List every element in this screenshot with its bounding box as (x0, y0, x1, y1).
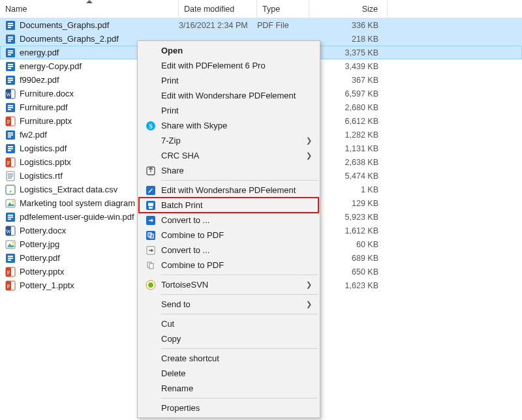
menu-item-edit-with-wondershare-pdfelement[interactable]: Edit with Wondershare PDFelement (139, 88, 318, 103)
menu-item-label: Print (159, 106, 318, 115)
menu-item-7-zip[interactable]: 7-Zip❯ (139, 133, 318, 148)
file-size: 1,612 KB (309, 226, 388, 235)
pdf-file-icon (5, 212, 16, 222)
file-size: 5,474 KB (309, 172, 388, 181)
menu-item-label: Edit with Wondershare PDFelement (159, 185, 318, 195)
pdf-file-icon (5, 253, 16, 263)
menu-item-combine-to-pdf[interactable]: Combine to PDF (139, 228, 318, 243)
menu-item-label: Create shortcut (159, 353, 318, 363)
menu-item-edit-with-pdfelement-6-pro[interactable]: Edit with PDFelement 6 Pro (139, 58, 318, 73)
menu-item-convert-to[interactable]: Convert to ... (139, 243, 318, 258)
file-size: 367 KB (309, 76, 388, 85)
file-size: 1 KB (309, 185, 388, 194)
column-header-label: Date modified (184, 5, 234, 14)
menu-item-label: Combine to PDF (159, 230, 318, 240)
img-file-icon (5, 198, 16, 209)
pdf-file-icon (5, 34, 16, 44)
menu-item-create-shortcut[interactable]: Create shortcut (139, 351, 318, 366)
submenu-arrow-icon: ❯ (306, 136, 312, 145)
pptx-file-icon (5, 157, 16, 168)
column-header-name[interactable]: Name (0, 0, 179, 18)
file-size: 336 KB (309, 21, 388, 30)
pdf-file-icon (5, 75, 16, 85)
pptx-file-icon (5, 267, 16, 277)
file-size: 5,923 KB (309, 213, 388, 222)
pptx-file-icon (5, 280, 16, 291)
menu-item-share-with-skype[interactable]: Share with Skype (139, 118, 318, 133)
file-size: 3,375 KB (309, 48, 388, 57)
file-size: 2,638 KB (309, 158, 388, 167)
file-size: 218 KB (309, 35, 388, 44)
menu-item-convert-to[interactable]: Convert to ... (139, 213, 318, 228)
img-file-icon (5, 239, 16, 250)
ws-print-icon (143, 200, 159, 211)
column-header-date[interactable]: Date modified (179, 0, 257, 18)
pdf-file-icon (5, 20, 16, 31)
file-name: Documents_Graphs_2.pdf (20, 34, 119, 44)
file-date: 3/16/2021 2:34 PM (179, 21, 257, 30)
file-size: 650 KB (309, 267, 388, 277)
menu-item-cut[interactable]: Cut (139, 316, 318, 331)
menu-separator (161, 275, 318, 275)
menu-item-label: CRC SHA (159, 151, 318, 160)
menu-item-label: Share with Skype (159, 121, 318, 130)
submenu-arrow-icon: ❯ (306, 280, 312, 289)
file-name: Pottery_1.pptx (20, 280, 74, 290)
file-size: 129 KB (309, 199, 388, 208)
menu-item-crc-sha[interactable]: CRC SHA❯ (139, 148, 318, 163)
share-icon (143, 166, 159, 176)
ws-convert-icon (143, 215, 159, 226)
menu-item-print[interactable]: Print (139, 73, 318, 88)
menu-item-properties[interactable]: Properties (139, 400, 318, 415)
menu-item-label: TortoiseSVN (159, 280, 318, 290)
file-type: PDF File (257, 21, 309, 30)
menu-item-rename[interactable]: Rename (139, 381, 318, 396)
menu-item-tortoisesvn[interactable]: TortoiseSVN❯ (139, 277, 318, 292)
menu-item-open[interactable]: Open (139, 43, 318, 58)
submenu-arrow-icon: ❯ (306, 300, 312, 308)
menu-separator (161, 348, 318, 349)
menu-item-copy[interactable]: Copy (139, 331, 318, 346)
file-name: Pottery.jpg (20, 239, 59, 249)
menu-item-label: Cut (159, 319, 318, 329)
column-header-label: Type (262, 5, 280, 14)
menu-item-label: Batch Print (159, 200, 318, 210)
file-row[interactable]: Documents_Graphs.pdf3/16/2021 2:34 PMPDF… (0, 18, 522, 32)
file-size: 60 KB (309, 240, 388, 249)
file-name: energy.pdf (20, 48, 59, 57)
menu-item-label: Open (159, 46, 318, 55)
ws-combine-icon (143, 230, 159, 241)
menu-item-print[interactable]: Print (139, 103, 318, 118)
file-name: Furniture.docx (20, 89, 74, 98)
sort-ascending-icon (86, 0, 93, 3)
file-name: Marketing tool system diagram (20, 198, 135, 208)
pdf-file-icon (5, 130, 16, 140)
pdf-file-icon (5, 143, 16, 154)
menu-separator (161, 180, 318, 181)
menu-item-delete[interactable]: Delete (139, 366, 318, 381)
column-header-size[interactable]: Size (309, 0, 388, 18)
tsvn-icon (143, 280, 159, 290)
menu-item-edit-with-wondershare-pdfelement[interactable]: Edit with Wondershare PDFelement (139, 183, 318, 198)
menu-item-label: Rename (159, 383, 318, 393)
menu-item-label: Delete (159, 368, 318, 378)
menu-item-combine-to-pdf[interactable]: Combine to PDF (139, 258, 318, 273)
menu-item-share[interactable]: Share (139, 163, 318, 178)
menu-item-label: Convert to ... (159, 245, 318, 255)
column-header-type[interactable]: Type (257, 0, 309, 18)
context-menu: OpenEdit with PDFelement 6 ProPrintEdit … (137, 40, 320, 418)
menu-item-label: Copy (159, 334, 318, 344)
ws-edit-icon (143, 185, 159, 196)
pdf-file-icon (5, 61, 16, 72)
file-size: 6,612 KB (309, 117, 388, 126)
menu-item-send-to[interactable]: Send to❯ (139, 297, 318, 312)
menu-item-batch-print[interactable]: Batch Print (139, 198, 318, 213)
pdf-file-icon (5, 48, 16, 58)
file-name: Furniture.pdf (20, 102, 68, 112)
menu-item-label: Print (159, 76, 318, 85)
menu-separator (161, 314, 318, 314)
file-name: pdfelement-user-guide-win.pdf (20, 212, 134, 222)
column-header-label: Name (5, 5, 27, 14)
rtf-file-icon (5, 171, 16, 181)
file-name: energy-Copy.pdf (20, 61, 82, 71)
